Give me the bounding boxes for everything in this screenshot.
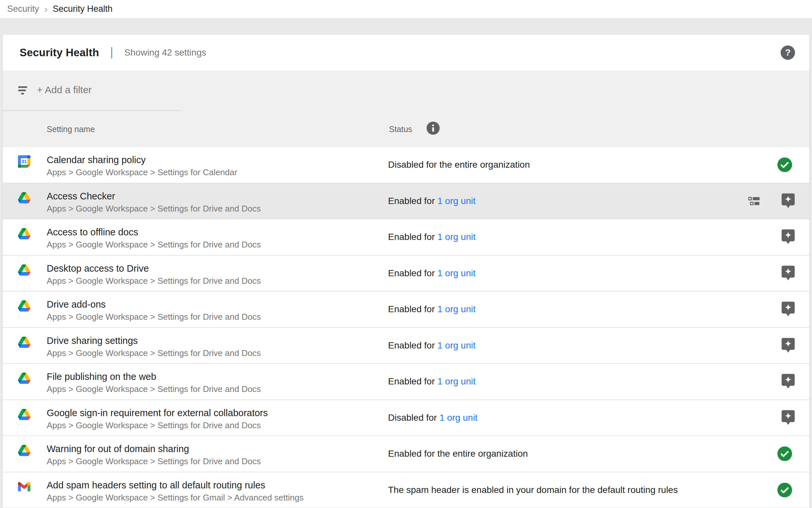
org-unit-link[interactable]: 1 org unit bbox=[437, 268, 476, 278]
svg-text:31: 31 bbox=[21, 159, 27, 164]
setting-path: Apps > Google Workspace > Settings for D… bbox=[47, 203, 261, 214]
drive-app-icon bbox=[18, 227, 30, 240]
table-row[interactable]: File publishing on the web Apps > Google… bbox=[3, 364, 809, 400]
org-unit-link[interactable]: 1 org unit bbox=[437, 376, 476, 386]
table-row[interactable]: 31 Calendar sharing policy Apps > Google… bbox=[3, 147, 809, 183]
status-text: Enabled for bbox=[388, 268, 435, 278]
status-text: Enabled for bbox=[388, 340, 435, 350]
status-text: Enabled for bbox=[388, 196, 435, 206]
table-row[interactable]: Access to offline docs Apps > Google Wor… bbox=[3, 219, 809, 256]
breadcrumb-parent-link[interactable]: Security bbox=[7, 4, 39, 14]
recommendation-badge-icon[interactable] bbox=[782, 229, 795, 244]
status-text: Enabled for bbox=[388, 376, 435, 386]
recommendation-badge-icon[interactable] bbox=[782, 374, 795, 389]
help-icon[interactable]: ? bbox=[781, 45, 795, 60]
setting-title: Access Checker bbox=[47, 190, 261, 203]
setting-status: Enabled for1 org unit bbox=[388, 232, 476, 242]
setting-status: Enabled for1 org unit bbox=[388, 268, 476, 279]
setting-path: Apps > Google Workspace > Settings for D… bbox=[47, 419, 268, 431]
table-row[interactable]: Desktop access to Drive Apps > Google Wo… bbox=[3, 256, 809, 292]
title-divider: | bbox=[110, 45, 113, 59]
gmail-app-icon bbox=[18, 480, 30, 493]
column-header-setting-name: Setting name bbox=[47, 125, 95, 134]
setting-status: Enabled for1 org unit bbox=[388, 196, 476, 206]
recommendation-badge-icon[interactable] bbox=[782, 265, 795, 280]
setting-title: Desktop access to Drive bbox=[47, 262, 261, 275]
page-title: Security Health bbox=[19, 46, 99, 59]
drive-app-icon bbox=[18, 408, 30, 421]
column-header-status: Status bbox=[389, 125, 412, 134]
setting-path: Apps > Google Workspace > Settings for C… bbox=[47, 166, 237, 178]
table-row[interactable]: Access Checker Apps > Google Workspace >… bbox=[3, 183, 809, 220]
setting-status: Enabled for1 org unit bbox=[388, 376, 476, 387]
drive-app-icon bbox=[18, 264, 30, 276]
setting-title: Google sign-in requirement for external … bbox=[47, 407, 268, 419]
status-text: Disabled for bbox=[388, 413, 437, 423]
org-unit-link[interactable]: 1 org unit bbox=[437, 340, 476, 350]
drive-app-icon bbox=[18, 192, 30, 204]
security-health-card: Security Health | Showing 42 settings ? … bbox=[3, 35, 809, 508]
filter-and-columns-band: + Add a filter Setting name Status bbox=[3, 71, 809, 147]
setting-status: Enabled for1 org unit bbox=[388, 340, 476, 351]
status-text: Enabled for bbox=[388, 232, 435, 242]
setting-path: Apps > Google Workspace > Settings for D… bbox=[47, 383, 261, 395]
status-ok-check-icon bbox=[777, 158, 792, 172]
setting-title: Drive add-ons bbox=[47, 298, 261, 311]
settings-count: Showing 42 settings bbox=[125, 47, 206, 58]
org-unit-link[interactable]: 1 org unit bbox=[437, 196, 476, 206]
status-text: Enabled for bbox=[388, 304, 435, 314]
breadcrumb: Security › Security Health bbox=[0, 0, 812, 18]
setting-status: Disabled for1 org unit bbox=[388, 413, 478, 423]
setting-title: Calendar sharing policy bbox=[47, 154, 237, 166]
card-header: Security Health | Showing 42 settings ? bbox=[3, 35, 809, 71]
org-unit-link[interactable]: 1 org unit bbox=[437, 232, 476, 242]
table-column-headers: Setting name Status bbox=[3, 111, 809, 147]
status-text: The spam header is enabled in your domai… bbox=[388, 485, 678, 495]
filter-icon bbox=[18, 86, 27, 96]
table-row[interactable]: Warning for out of domain sharing Apps >… bbox=[3, 436, 809, 472]
table-row[interactable]: Add spam headers setting to all default … bbox=[3, 472, 809, 508]
setting-title: File publishing on the web bbox=[47, 370, 261, 383]
org-units-icon bbox=[748, 196, 760, 206]
setting-status: Enabled for1 org unit bbox=[388, 304, 476, 314]
status-ok-check-icon bbox=[777, 447, 792, 461]
status-text: Disabled for the entire organization bbox=[388, 160, 530, 170]
setting-path: Apps > Google Workspace > Settings for D… bbox=[47, 311, 261, 323]
setting-title: Add spam headers setting to all default … bbox=[47, 479, 303, 492]
settings-table-body: 31 Calendar sharing policy Apps > Google… bbox=[3, 147, 809, 508]
setting-title: Drive sharing settings bbox=[47, 334, 261, 347]
table-row[interactable]: Drive add-ons Apps > Google Workspace > … bbox=[3, 292, 809, 328]
setting-path: Apps > Google Workspace > Settings for D… bbox=[47, 347, 261, 359]
setting-path: Apps > Google Workspace > Settings for G… bbox=[47, 492, 303, 503]
setting-status: Enabled for the entire organization bbox=[388, 449, 528, 459]
status-info-icon[interactable] bbox=[427, 122, 440, 135]
setting-status: The spam header is enabled in your domai… bbox=[388, 485, 678, 495]
recommendation-badge-icon[interactable] bbox=[782, 193, 795, 208]
org-unit-link[interactable]: 1 org unit bbox=[439, 413, 478, 423]
recommendation-badge-icon[interactable] bbox=[782, 338, 795, 352]
status-text: Enabled for the entire organization bbox=[388, 449, 528, 459]
table-row[interactable]: Google sign-in requirement for external … bbox=[3, 400, 809, 436]
recommendation-badge-icon[interactable] bbox=[782, 302, 795, 316]
setting-path: Apps > Google Workspace > Settings for D… bbox=[47, 239, 261, 250]
drive-app-icon bbox=[18, 444, 30, 457]
add-filter-label: + Add a filter bbox=[37, 84, 92, 95]
setting-path: Apps > Google Workspace > Settings for D… bbox=[47, 455, 261, 467]
setting-path: Apps > Google Workspace > Settings for D… bbox=[47, 275, 261, 287]
setting-title: Warning for out of domain sharing bbox=[47, 442, 261, 455]
drive-app-icon bbox=[18, 372, 30, 384]
setting-status: Disabled for the entire organization bbox=[388, 160, 530, 170]
org-unit-link[interactable]: 1 org unit bbox=[437, 304, 476, 314]
add-filter-control[interactable]: + Add a filter bbox=[3, 71, 809, 110]
calendar-app-icon: 31 bbox=[18, 155, 30, 168]
drive-app-icon bbox=[18, 300, 30, 312]
table-row[interactable]: Drive sharing settings Apps > Google Wor… bbox=[3, 328, 809, 364]
setting-title: Access to offline docs bbox=[47, 226, 261, 239]
recommendation-badge-icon[interactable] bbox=[782, 410, 795, 425]
drive-app-icon bbox=[18, 336, 30, 348]
status-ok-check-icon bbox=[777, 482, 792, 497]
breadcrumb-separator-icon: › bbox=[44, 5, 48, 13]
breadcrumb-current: Security Health bbox=[53, 4, 113, 14]
